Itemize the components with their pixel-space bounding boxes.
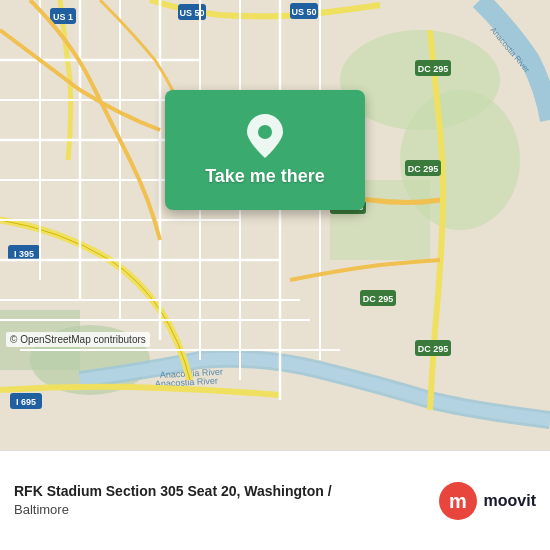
take-me-there-button[interactable]: Take me there <box>205 166 325 187</box>
moovit-brand-name: moovit <box>484 492 536 510</box>
svg-text:I 395: I 395 <box>14 249 34 259</box>
svg-text:DC 295: DC 295 <box>418 344 449 354</box>
location-pin-icon <box>247 114 283 158</box>
footer-bar: RFK Stadium Section 305 Seat 20, Washing… <box>0 450 550 550</box>
svg-text:m: m <box>449 490 467 512</box>
moovit-logo: m moovit <box>438 481 536 521</box>
location-card[interactable]: Take me there <box>165 90 365 210</box>
moovit-icon: m <box>438 481 478 521</box>
svg-text:DC 295: DC 295 <box>418 64 449 74</box>
venue-title: RFK Stadium Section 305 Seat 20, Washing… <box>14 482 438 502</box>
map-view: Anacostia River Anacostia River Anacosti… <box>0 0 550 450</box>
svg-text:DC 295: DC 295 <box>363 294 394 304</box>
venue-info: RFK Stadium Section 305 Seat 20, Washing… <box>14 482 438 520</box>
svg-text:US 1: US 1 <box>53 12 73 22</box>
venue-subtitle: Baltimore <box>14 501 438 519</box>
svg-point-46 <box>258 125 272 139</box>
osm-attribution: © OpenStreetMap contributors <box>6 332 150 347</box>
svg-text:I 695: I 695 <box>16 397 36 407</box>
svg-text:US 50: US 50 <box>291 7 316 17</box>
attribution-text: © OpenStreetMap contributors <box>10 334 146 345</box>
svg-text:DC 295: DC 295 <box>408 164 439 174</box>
